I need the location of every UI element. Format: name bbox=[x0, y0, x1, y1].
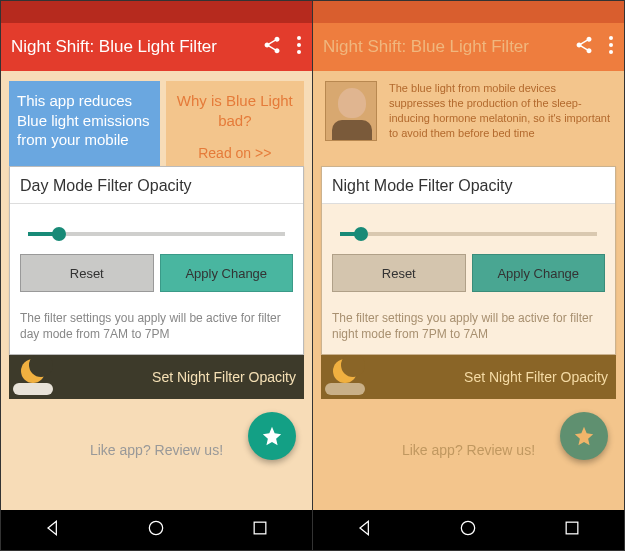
set-night-filter-bar[interactable]: Set Night Filter Opacity bbox=[321, 355, 616, 399]
apply-button[interactable]: Apply Change bbox=[160, 254, 294, 292]
cloud-icon bbox=[325, 383, 365, 395]
info-text: The blue light from mobile devices suppr… bbox=[389, 81, 612, 156]
overflow-menu-icon[interactable] bbox=[296, 35, 302, 60]
review-fab[interactable] bbox=[560, 412, 608, 460]
star-icon bbox=[573, 425, 595, 447]
svg-point-6 bbox=[609, 43, 613, 47]
info-row: This app reduces Blue light emissions fr… bbox=[1, 71, 312, 166]
nav-home-icon[interactable] bbox=[146, 518, 166, 542]
svg-rect-4 bbox=[254, 522, 266, 534]
info-row: The blue light from mobile devices suppr… bbox=[313, 71, 624, 166]
nav-recent-icon[interactable] bbox=[562, 518, 582, 542]
review-fab[interactable] bbox=[248, 412, 296, 460]
statusbar bbox=[1, 1, 312, 23]
card-title: Night Mode Filter Opacity bbox=[322, 167, 615, 204]
help-text: The filter settings you apply will be ac… bbox=[10, 302, 303, 354]
share-icon[interactable] bbox=[262, 35, 282, 60]
appbar-title: Night Shift: Blue Light Filter bbox=[11, 37, 262, 57]
set-night-filter-bar[interactable]: Set Night Filter Opacity bbox=[9, 355, 304, 399]
appbar: Night Shift: Blue Light Filter bbox=[313, 23, 624, 71]
reset-button[interactable]: Reset bbox=[20, 254, 154, 292]
opacity-slider[interactable] bbox=[28, 232, 285, 236]
svg-point-3 bbox=[150, 521, 163, 534]
card-title: Day Mode Filter Opacity bbox=[10, 167, 303, 204]
svg-rect-9 bbox=[566, 522, 578, 534]
content-area: The blue light from mobile devices suppr… bbox=[313, 71, 624, 510]
nav-back-icon[interactable] bbox=[43, 518, 63, 542]
info-box-readmore[interactable]: Why is Blue Light bad? Read on >> bbox=[166, 81, 304, 166]
help-text: The filter settings you apply will be ac… bbox=[322, 302, 615, 354]
android-navbar bbox=[313, 510, 624, 550]
info-box-readmore-line2: Read on >> bbox=[174, 144, 296, 162]
nav-back-icon[interactable] bbox=[355, 518, 375, 542]
content-area: This app reduces Blue light emissions fr… bbox=[1, 71, 312, 510]
author-avatar bbox=[325, 81, 377, 141]
opacity-slider[interactable] bbox=[340, 232, 597, 236]
slider-thumb[interactable] bbox=[52, 227, 66, 241]
svg-point-1 bbox=[297, 43, 301, 47]
phone-right: Night Shift: Blue Light Filter The blue … bbox=[313, 1, 624, 550]
slider-thumb[interactable] bbox=[354, 227, 368, 241]
reset-button[interactable]: Reset bbox=[332, 254, 466, 292]
svg-point-8 bbox=[462, 521, 475, 534]
statusbar bbox=[313, 1, 624, 23]
nav-recent-icon[interactable] bbox=[250, 518, 270, 542]
svg-point-5 bbox=[609, 36, 613, 40]
svg-point-0 bbox=[297, 36, 301, 40]
info-box-readmore-line1: Why is Blue Light bad? bbox=[174, 91, 296, 130]
svg-point-2 bbox=[297, 50, 301, 54]
apply-button[interactable]: Apply Change bbox=[472, 254, 606, 292]
appbar-title: Night Shift: Blue Light Filter bbox=[323, 37, 574, 57]
svg-point-7 bbox=[609, 50, 613, 54]
star-icon bbox=[261, 425, 283, 447]
android-navbar bbox=[1, 510, 312, 550]
share-icon[interactable] bbox=[574, 35, 594, 60]
moon-icon bbox=[21, 359, 45, 383]
moon-icon bbox=[333, 359, 357, 383]
opacity-card: Night Mode Filter Opacity Reset Apply Ch… bbox=[321, 166, 616, 355]
night-bar-label: Set Night Filter Opacity bbox=[152, 369, 296, 385]
night-bar-label: Set Night Filter Opacity bbox=[464, 369, 608, 385]
opacity-card: Day Mode Filter Opacity Reset Apply Chan… bbox=[9, 166, 304, 355]
cloud-icon bbox=[13, 383, 53, 395]
appbar: Night Shift: Blue Light Filter bbox=[1, 23, 312, 71]
nav-home-icon[interactable] bbox=[458, 518, 478, 542]
overflow-menu-icon[interactable] bbox=[608, 35, 614, 60]
phone-left: Night Shift: Blue Light Filter This app … bbox=[1, 1, 313, 550]
info-box-description: This app reduces Blue light emissions fr… bbox=[9, 81, 160, 166]
